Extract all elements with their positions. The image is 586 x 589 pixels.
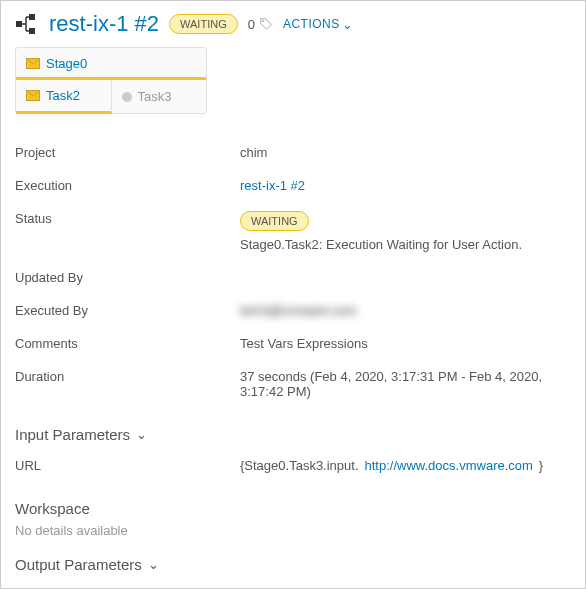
chevron-down-icon: ⌄ xyxy=(148,557,159,572)
stage-header[interactable]: Stage0 xyxy=(16,48,206,80)
actions-label: ACTIONS xyxy=(283,17,340,31)
idle-icon xyxy=(122,92,132,102)
tag-count: 0 xyxy=(248,17,273,32)
row-executed-by: Executed By kerrb@vmware.com xyxy=(15,294,571,327)
page-title[interactable]: rest-ix-1 #2 xyxy=(49,11,159,37)
workspace-title: Workspace xyxy=(15,500,90,517)
input-parameters-title: Input Parameters xyxy=(15,426,130,443)
label-project: Project xyxy=(15,145,240,160)
tag-count-value: 0 xyxy=(248,17,255,32)
envelope-icon xyxy=(26,90,40,101)
page-header: rest-ix-1 #2 WAITING 0 ACTIONS ⌄ xyxy=(15,11,571,37)
task-task3[interactable]: Task3 xyxy=(112,80,207,113)
svg-rect-1 xyxy=(29,14,35,20)
url-prefix: {Stage0.Task3.input. xyxy=(240,458,359,473)
row-duration: Duration 37 seconds (Feb 4, 2020, 3:17:3… xyxy=(15,360,571,408)
value-project: chim xyxy=(240,145,267,160)
label-comments: Comments xyxy=(15,336,240,351)
row-updated-by: Updated By xyxy=(15,261,571,294)
row-url: URL {Stage0.Task3.input.http://www.docs.… xyxy=(15,449,571,482)
row-comments: Comments Test Vars Expressions xyxy=(15,327,571,360)
url-link[interactable]: http://www.docs.vmware.com xyxy=(365,458,533,473)
task-label: Task2 xyxy=(46,88,80,103)
value-comments: Test Vars Expressions xyxy=(240,336,368,351)
chevron-down-icon: ⌄ xyxy=(136,427,147,442)
row-execution: Execution rest-ix-1 #2 xyxy=(15,169,571,202)
stage-block: Stage0 Task2 Task3 xyxy=(15,47,207,114)
label-url: URL xyxy=(15,458,240,473)
svg-rect-0 xyxy=(16,21,22,27)
value-duration: 37 seconds (Feb 4, 2020, 3:17:31 PM - Fe… xyxy=(240,369,571,399)
status-badge: WAITING xyxy=(169,14,238,34)
label-execution: Execution xyxy=(15,178,240,193)
workspace-subtext: No details available xyxy=(15,523,571,538)
svg-rect-2 xyxy=(29,28,35,34)
label-executed-by: Executed By xyxy=(15,303,240,318)
output-parameters-title: Output Parameters xyxy=(15,556,142,573)
label-updated-by: Updated By xyxy=(15,270,240,285)
output-parameters-header[interactable]: Output Parameters ⌄ xyxy=(15,556,571,573)
value-executed-by: kerrb@vmware.com xyxy=(240,303,357,318)
row-response: Response tasks['Stage0.Task3']['output.r… xyxy=(15,579,571,589)
envelope-icon xyxy=(26,58,40,69)
tasks-row: Task2 Task3 xyxy=(16,80,206,113)
svg-point-3 xyxy=(262,20,264,22)
label-duration: Duration xyxy=(15,369,240,384)
value-execution[interactable]: rest-ix-1 #2 xyxy=(240,178,305,193)
row-status: Status WAITING Stage0.Task2: Execution W… xyxy=(15,202,571,261)
url-suffix: } xyxy=(539,458,543,473)
chevron-down-icon: ⌄ xyxy=(342,17,354,32)
value-url: {Stage0.Task3.input.http://www.docs.vmwa… xyxy=(240,458,543,473)
row-project: Project chim xyxy=(15,136,571,169)
stage-name: Stage0 xyxy=(46,56,87,71)
label-status: Status xyxy=(15,211,240,226)
tag-icon xyxy=(259,17,273,31)
workspace-header: Workspace xyxy=(15,500,571,517)
actions-dropdown[interactable]: ACTIONS ⌄ xyxy=(283,17,353,32)
input-parameters-header[interactable]: Input Parameters ⌄ xyxy=(15,426,571,443)
status-text: Stage0.Task2: Execution Waiting for User… xyxy=(240,237,522,252)
task-task2[interactable]: Task2 xyxy=(16,80,112,114)
pipeline-icon xyxy=(15,12,39,36)
status-badge-inline: WAITING xyxy=(240,211,309,231)
task-label: Task3 xyxy=(138,89,172,104)
